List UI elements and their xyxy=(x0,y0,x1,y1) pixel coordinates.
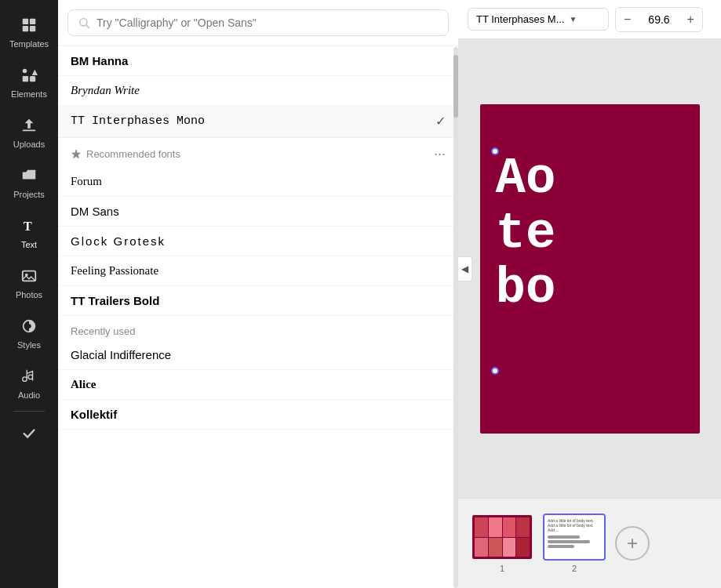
font-search-input[interactable] xyxy=(96,16,439,29)
text-icon: T xyxy=(18,215,40,237)
add-slide-button[interactable]: + xyxy=(615,526,650,561)
sidebar-label-elements: Elements xyxy=(11,89,47,99)
sidebar-label-styles: Styles xyxy=(17,340,41,350)
font-search-box[interactable] xyxy=(67,9,449,36)
slide-thumbnail-1[interactable] xyxy=(471,514,533,561)
sparkle-icon xyxy=(71,149,82,160)
recently-used-label: Recently used xyxy=(58,316,458,340)
styles-icon xyxy=(18,315,40,337)
slide-number-2: 2 xyxy=(572,564,577,573)
font-name-label: Kollektif xyxy=(71,408,117,421)
filmstrip-slide-1[interactable]: 1 xyxy=(471,514,533,573)
font-name-label: Glock Grotesk xyxy=(71,234,166,248)
recommended-title: Recommended fonts xyxy=(71,148,180,160)
sidebar-item-elements[interactable]: Elements xyxy=(0,56,58,107)
selected-font-name: TT Interphases M... xyxy=(476,13,564,25)
sidebar-divider xyxy=(13,411,45,412)
font-name-label: BM Hanna xyxy=(71,54,128,67)
font-name-label: Alice xyxy=(71,378,96,391)
font-item-tt-interphases[interactable]: TT Interphases Mono ✓ xyxy=(58,106,458,137)
slide-text-preview: Add a little bit of body text. Add a lit… xyxy=(548,518,601,532)
canvas-slide[interactable]: Aotebo xyxy=(480,104,700,434)
increase-font-size-button[interactable]: + xyxy=(679,8,702,31)
font-item-tt-trailers[interactable]: TT Trailers Bold xyxy=(58,286,458,316)
more-options-icon[interactable]: ··· xyxy=(434,146,446,162)
svg-rect-7 xyxy=(30,76,35,82)
svg-rect-0 xyxy=(23,19,28,24)
font-item-feeling[interactable]: Feeling Passionate xyxy=(58,256,458,286)
slide-thumbnail-2[interactable]: Add a little bit of body text. Add a lit… xyxy=(543,514,606,561)
sidebar-item-uploads[interactable]: Uploads xyxy=(0,107,58,157)
font-list: BM Hanna Bryndan Write TT Interphases Mo… xyxy=(58,46,458,588)
sidebar-label-audio: Audio xyxy=(18,390,40,400)
canvas-content: ◀ Aotebo xyxy=(458,39,721,498)
dropdown-arrow-icon: ▼ xyxy=(569,15,577,24)
recommended-label: Recommended fonts xyxy=(86,148,180,160)
font-name-label: TT Interphases Mono xyxy=(71,114,205,128)
decrease-font-size-button[interactable]: − xyxy=(616,8,639,31)
recommended-section-header: Recommended fonts ··· xyxy=(58,137,458,167)
slide-grid xyxy=(475,517,530,557)
font-size-value[interactable]: 69.6 xyxy=(642,13,675,26)
font-name-label: Bryndan Write xyxy=(71,84,140,97)
font-item-bryndan[interactable]: Bryndan Write xyxy=(58,76,458,106)
photos-icon xyxy=(18,265,40,287)
sidebar-item-styles[interactable]: Styles xyxy=(0,307,58,358)
sidebar-item-audio[interactable]: Audio xyxy=(0,358,58,408)
font-name-label: DM Sans xyxy=(71,205,119,218)
font-item-forum[interactable]: Forum xyxy=(58,167,458,197)
svg-point-4 xyxy=(23,69,27,74)
sidebar-label-projects: Projects xyxy=(13,190,45,199)
canvas-toolbar: TT Interphases M... ▼ − 69.6 + xyxy=(458,0,721,39)
font-search-area xyxy=(58,0,458,46)
sidebar-item-check[interactable] xyxy=(0,415,58,452)
slide-number-1: 1 xyxy=(500,564,504,573)
font-item-kollektif[interactable]: Kollektif xyxy=(58,400,458,430)
font-name-label: Forum xyxy=(71,175,102,188)
selected-checkmark: ✓ xyxy=(435,114,446,129)
canvas-area: TT Interphases M... ▼ − 69.6 + ◀ Aotebo xyxy=(458,0,721,588)
svg-text:T: T xyxy=(24,219,32,234)
sidebar: Templates Elements Uploads Projects T Te… xyxy=(0,0,58,588)
font-name-label: Glacial Indifference xyxy=(71,348,171,361)
audio-icon xyxy=(18,365,40,387)
font-item-bm-hanna[interactable]: BM Hanna xyxy=(58,46,458,76)
slide-thumb-bg-2: Add a little bit of body text. Add a lit… xyxy=(544,515,604,559)
svg-rect-3 xyxy=(30,26,35,31)
font-name-label: TT Trailers Bold xyxy=(71,294,159,307)
svg-rect-1 xyxy=(30,19,35,24)
collapse-panel-button[interactable]: ◀ xyxy=(458,256,472,281)
svg-rect-8 xyxy=(23,130,36,132)
filmstrip-slide-2[interactable]: Add a little bit of body text. Add a lit… xyxy=(543,514,606,573)
font-item-glock[interactable]: Glock Grotesk xyxy=(58,227,458,256)
font-size-control: − 69.6 + xyxy=(615,7,703,32)
filmstrip: 1 Add a little bit of body text. Add a l… xyxy=(458,498,721,588)
sidebar-item-photos[interactable]: Photos xyxy=(0,257,58,307)
canvas-text-element[interactable]: Aotebo xyxy=(496,151,556,317)
templates-icon xyxy=(18,14,40,36)
font-name-label: Feeling Passionate xyxy=(71,264,158,278)
sidebar-item-projects[interactable]: Projects xyxy=(0,157,58,207)
font-item-alice[interactable]: Alice xyxy=(58,370,458,400)
sidebar-label-templates: Templates xyxy=(9,39,49,49)
sidebar-item-templates[interactable]: Templates xyxy=(0,6,58,56)
svg-rect-2 xyxy=(23,26,28,31)
font-selector-dropdown[interactable]: TT Interphases M... ▼ xyxy=(468,8,609,31)
sidebar-label-text: Text xyxy=(21,240,37,249)
sidebar-label-uploads: Uploads xyxy=(13,140,45,149)
font-item-glacial[interactable]: Glacial Indifference xyxy=(58,340,458,370)
search-icon xyxy=(78,16,90,29)
projects-icon xyxy=(18,165,40,187)
sidebar-label-photos: Photos xyxy=(16,290,42,299)
svg-line-15 xyxy=(86,25,89,28)
slide-thumb-bg-1 xyxy=(472,515,532,559)
svg-marker-6 xyxy=(32,70,38,75)
svg-rect-5 xyxy=(23,76,28,82)
sidebar-item-text[interactable]: T Text xyxy=(0,207,58,257)
selection-handle-bottom-left[interactable] xyxy=(491,367,499,375)
check-icon xyxy=(18,423,40,445)
elements-icon xyxy=(18,64,40,86)
font-item-dm-sans[interactable]: DM Sans xyxy=(58,197,458,227)
svg-point-13 xyxy=(27,324,31,328)
uploads-icon xyxy=(18,114,40,136)
